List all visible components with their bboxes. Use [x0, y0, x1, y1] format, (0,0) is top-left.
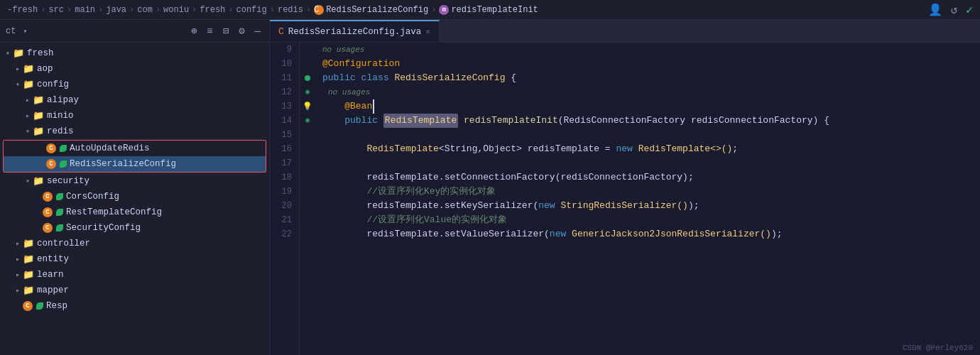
- tree-item-alipay[interactable]: 📁 alipay: [0, 92, 269, 108]
- code-18: redisTemplate.setConnectionFactory(redis…: [322, 170, 694, 185]
- folder-icon-fresh: 📁: [13, 48, 24, 59]
- tree-label-redis: redis: [47, 126, 74, 136]
- tree-item-auto-update-redis[interactable]: C AutoUpdateRedis: [4, 141, 266, 156]
- bc-java[interactable]: java: [106, 5, 126, 15]
- line-numbers: 9 10 11 12 13 14 15 16 17 18 19 20 21 22: [270, 43, 300, 355]
- ln-20: 20: [277, 199, 292, 213]
- file-tree: 📁 fresh 📁 aop 📁 config 📁: [0, 43, 269, 355]
- ln-11: 11: [277, 71, 292, 85]
- gutter-21: [300, 213, 315, 227]
- bc-class[interactable]: RedisSerializeConfig: [326, 5, 428, 15]
- bc-woniu[interactable]: woniu: [163, 5, 189, 15]
- leaf-icon-resp: [36, 302, 43, 310]
- gutter-10: [300, 57, 315, 71]
- ln-19: 19: [277, 185, 292, 199]
- code-line-16: RedisTemplate <String,Object> redisTempl…: [322, 142, 980, 156]
- code-20a: redisTemplate.setKeySerializer(: [322, 199, 538, 213]
- leaf-icon-security: [56, 224, 63, 231]
- code-line-18: redisTemplate.setConnectionFactory(redis…: [322, 170, 980, 185]
- close-tool-btn[interactable]: —: [252, 24, 263, 38]
- dropdown-arrow-icon[interactable]: ▾: [23, 27, 27, 36]
- tree-item-rest-template[interactable]: C RestTemplateConfig: [0, 204, 269, 220]
- semi-16: ;: [732, 142, 738, 156]
- annotation-configuration: @Configuration: [322, 57, 400, 71]
- code-lines[interactable]: no usages @Configuration public class Re…: [315, 43, 980, 355]
- comment-21: //设置序列化Value的实例化对象: [322, 213, 507, 227]
- leaf-icon-12: ◉: [305, 85, 310, 99]
- bc-redis[interactable]: redis: [278, 5, 303, 15]
- gutter-18: [300, 170, 315, 185]
- back-icon[interactable]: ↺: [951, 3, 958, 17]
- tree-label-fresh: fresh: [27, 48, 54, 58]
- tree-label-mapper: mapper: [37, 285, 69, 295]
- code-line-10: @Configuration: [322, 57, 980, 71]
- code-line-12: no usages: [322, 85, 980, 99]
- code-line-13: @Bean: [322, 99, 980, 114]
- tree-item-redis[interactable]: 📁 redis: [0, 124, 269, 139]
- sidebar-toolbar: ct ▾ ⊕ ≡ ⊟ ⚙ —: [0, 20, 269, 43]
- no-usage-12: no usages: [328, 85, 370, 99]
- tree-item-config[interactable]: 📁 config: [0, 77, 269, 92]
- breadcrumb-right: 👤 ↺ ✓: [928, 3, 973, 17]
- code-22b: );: [771, 227, 783, 241]
- tree-label-controller: controller: [37, 239, 90, 248]
- tab-close-btn[interactable]: ✕: [425, 27, 430, 36]
- leaf-icon-auto: [60, 145, 67, 152]
- bc-method[interactable]: redisTemplateInit: [451, 5, 538, 15]
- bc-config[interactable]: config: [236, 5, 267, 15]
- leaf-icon-cors: [56, 193, 63, 200]
- tree-item-minio[interactable]: 📁 minio: [0, 108, 269, 124]
- tree-item-security[interactable]: 📁 security: [0, 173, 269, 189]
- bc-main[interactable]: main: [75, 5, 95, 15]
- tree-item-fresh[interactable]: 📁 fresh: [0, 45, 269, 61]
- folder-icon-entity: 📁: [23, 253, 34, 265]
- method-icon: m: [439, 5, 449, 15]
- no-usage-9: no usages: [322, 43, 364, 57]
- tree-label-minio: minio: [47, 111, 74, 121]
- gutter-11: [300, 71, 315, 85]
- settings-tool-btn[interactable]: ⚙: [236, 23, 247, 38]
- tree-item-aop[interactable]: 📁 aop: [0, 61, 269, 77]
- tree-item-security-config[interactable]: C SecurityConfig: [0, 220, 269, 236]
- tree-label-security: security: [47, 176, 89, 186]
- bc-fresh2[interactable]: fresh: [200, 5, 225, 15]
- folder-icon-aop: 📁: [23, 63, 34, 75]
- tab-redis-serialize[interactable]: C RedisSerializeConfig.java ✕: [270, 20, 440, 42]
- code-line-17: [322, 156, 980, 170]
- bc-src[interactable]: src: [48, 5, 64, 15]
- sidebar-label: ct: [6, 26, 16, 36]
- add-tool-btn[interactable]: ⊕: [188, 23, 200, 38]
- tree-item-learn[interactable]: 📁 learn: [0, 267, 269, 283]
- gutter-19: [300, 185, 315, 199]
- gutter-14: ◉: [300, 114, 315, 128]
- gutter-20: [300, 199, 315, 213]
- ln-18: 18: [277, 170, 292, 185]
- code-line-19: //设置序列化Key的实例化对象: [322, 185, 980, 199]
- folder-icon-mapper: 📁: [23, 285, 34, 296]
- editor-panel: C RedisSerializeConfig.java ✕ 9 10 11 12…: [270, 20, 980, 355]
- editor-area[interactable]: 9 10 11 12 13 14 15 16 17 18 19 20 21 22: [270, 43, 980, 355]
- watermark: CSDN @Perley620: [903, 344, 973, 352]
- bc-fresh[interactable]: -fresh: [7, 5, 38, 15]
- collapse-tool-btn[interactable]: ⊟: [220, 23, 232, 38]
- ln-12: 12: [277, 85, 292, 99]
- tree-label-alipay: alipay: [47, 95, 79, 105]
- list-tool-btn[interactable]: ≡: [204, 24, 215, 38]
- tree-label-entity: entity: [37, 254, 69, 264]
- forward-icon[interactable]: ✓: [966, 3, 973, 17]
- ln-16: 16: [277, 142, 292, 156]
- tree-item-cors[interactable]: C CorsConfig: [0, 189, 269, 204]
- sidebar: ct ▾ ⊕ ≡ ⊟ ⚙ — 📁 fresh 📁 aop: [0, 20, 270, 355]
- gutter-17: [300, 156, 315, 170]
- tree-item-mapper[interactable]: 📁 mapper: [0, 283, 269, 298]
- tree-item-controller[interactable]: 📁 controller: [0, 236, 269, 251]
- bc-com[interactable]: com: [137, 5, 153, 15]
- tree-label-rest: RestTemplateConfig: [66, 207, 162, 217]
- user-icon[interactable]: 👤: [928, 3, 942, 17]
- java-file-icon-auto: C: [46, 143, 56, 153]
- tree-item-entity[interactable]: 📁 entity: [0, 251, 269, 267]
- ln-15: 15: [277, 128, 292, 142]
- tree-item-resp[interactable]: C Resp: [0, 298, 269, 314]
- leaf-icon-14: ◉: [305, 114, 310, 128]
- tree-item-redis-serialize[interactable]: C RedisSerializeConfig: [4, 156, 266, 172]
